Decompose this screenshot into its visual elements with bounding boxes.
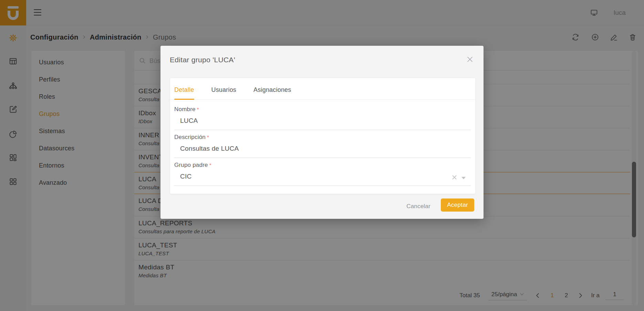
modal-tabs: Detalle Usuarios Asignaciones	[174, 86, 291, 94]
required-asterisk: *	[209, 162, 211, 168]
modal-title: Editar grupo 'LUCA'	[170, 56, 235, 64]
required-asterisk: *	[207, 134, 209, 140]
clear-selection-icon[interactable]	[452, 175, 457, 180]
screen: luca Configuración › Administración › Gr…	[0, 0, 644, 311]
input-underline	[174, 185, 471, 186]
label-text: Grupo padre	[174, 162, 208, 168]
descripcion-label: Descripción*	[174, 134, 209, 141]
label-text: Descripción	[174, 134, 206, 140]
input-underline	[174, 158, 471, 158]
nombre-label: Nombre*	[174, 106, 199, 113]
tab-divider	[170, 99, 475, 100]
tab-detalle[interactable]: Detalle	[174, 86, 194, 94]
close-icon[interactable]	[465, 54, 475, 64]
nombre-input[interactable]	[180, 117, 359, 125]
label-text: Nombre	[174, 106, 196, 112]
input-underline	[174, 130, 471, 130]
grupo-padre-select[interactable]: CIC	[180, 173, 359, 180]
required-asterisk: *	[197, 106, 199, 112]
grupo-padre-label: Grupo padre*	[174, 162, 211, 169]
modal-card: Detalle Usuarios Asignaciones Nombre* De…	[170, 78, 475, 194]
cancel-button[interactable]: Cancelar	[403, 201, 434, 212]
tab-asignaciones[interactable]: Asignaciones	[253, 86, 291, 94]
accept-button[interactable]: Aceptar	[441, 199, 474, 212]
select-caret-icon[interactable]	[461, 177, 466, 179]
edit-group-modal: Editar grupo 'LUCA' Detalle Usuarios Asi…	[160, 46, 484, 219]
tab-usuarios[interactable]: Usuarios	[211, 86, 236, 94]
descripcion-input[interactable]	[180, 145, 359, 152]
active-tab-indicator	[174, 99, 194, 100]
